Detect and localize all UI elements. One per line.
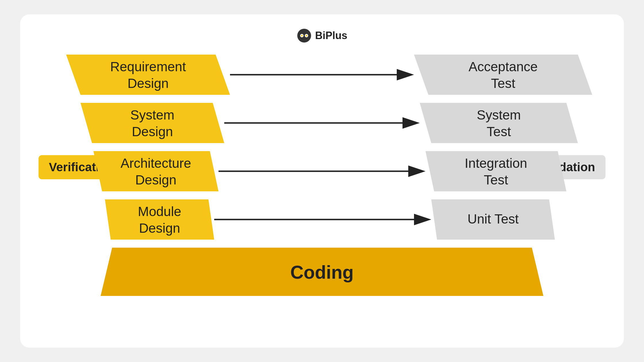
requirement-design-label: Requirement: [110, 59, 186, 74]
acceptance-test-label2: Test: [491, 76, 515, 91]
acceptance-test-label: Acceptance: [469, 59, 538, 74]
main-card: BiPlus Verification Validation Requireme…: [20, 14, 624, 348]
architecture-design-label2: Design: [135, 172, 176, 187]
architecture-design-label: Architecture: [120, 156, 191, 171]
integration-test-label: Integration: [465, 156, 527, 171]
v-model-diagram: Requirement Design System Design Archite…: [20, 14, 624, 348]
module-design-label: Module: [138, 204, 181, 219]
system-test-label2: Test: [487, 124, 511, 139]
requirement-design-label2: Design: [127, 76, 168, 91]
system-design-label: System: [130, 107, 174, 122]
system-test-label: System: [477, 107, 521, 122]
coding-label: Coding: [290, 262, 354, 283]
unit-test-label: Unit Test: [467, 211, 519, 226]
integration-test-label2: Test: [484, 172, 508, 187]
module-design-label2: Design: [139, 221, 180, 236]
system-design-label2: Design: [132, 124, 173, 139]
